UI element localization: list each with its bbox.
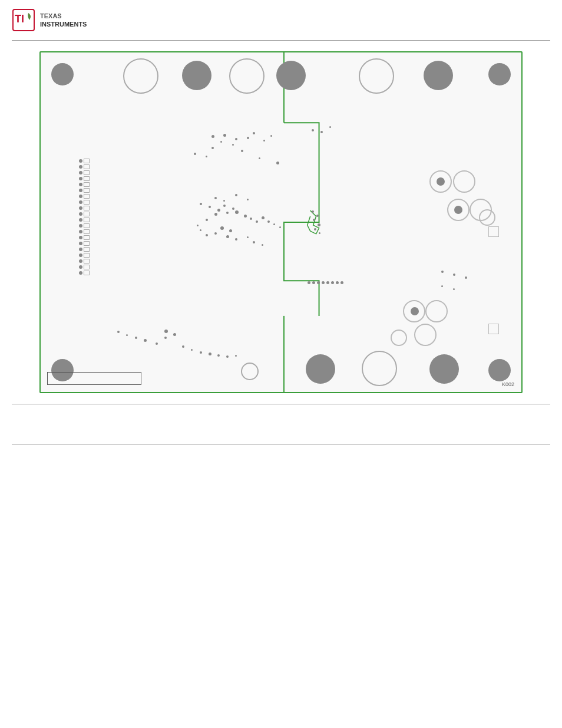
ti-logo-icon: TI — [12, 8, 35, 32]
comp-circle-9 — [391, 330, 407, 346]
corner-hole-tr — [488, 63, 511, 85]
dot — [226, 355, 229, 358]
dot — [267, 220, 270, 223]
sq-outline-2 — [488, 324, 499, 334]
dot — [226, 235, 229, 238]
connector-dots — [308, 281, 343, 284]
dot — [235, 355, 237, 357]
dot — [214, 213, 217, 216]
dot — [223, 200, 225, 202]
bottom-divider-1 — [12, 404, 550, 404]
dot — [226, 212, 229, 214]
dot — [235, 210, 239, 214]
dot — [263, 140, 265, 141]
dot — [250, 218, 252, 220]
footer-section — [0, 404, 562, 444]
dot — [319, 232, 320, 234]
dot — [235, 238, 237, 241]
dot — [223, 134, 226, 137]
svg-text:TI: TI — [15, 13, 24, 25]
dot — [223, 205, 226, 207]
dot — [200, 351, 202, 354]
dot — [197, 225, 199, 226]
dot — [256, 220, 258, 223]
dot — [247, 199, 249, 200]
dot — [200, 229, 201, 231]
dot — [126, 334, 128, 336]
dot — [206, 234, 208, 236]
dot — [173, 333, 176, 336]
dot — [318, 223, 320, 226]
dot — [235, 194, 237, 196]
dot — [144, 339, 147, 342]
dot — [453, 288, 455, 290]
dot — [156, 342, 158, 345]
dot — [320, 131, 323, 133]
dot — [135, 337, 137, 339]
dot — [329, 126, 331, 128]
dot — [312, 129, 314, 131]
dot — [276, 162, 279, 164]
dot — [273, 223, 275, 225]
corner-hole-tl — [51, 63, 74, 85]
left-pad-row — [79, 159, 90, 275]
circle-bot-2 — [362, 351, 397, 386]
dot — [262, 244, 263, 246]
dot — [241, 150, 243, 152]
comp-circle-7 — [425, 300, 448, 322]
diagram-label: K002 — [502, 381, 514, 387]
circle-top-6 — [424, 61, 453, 90]
dot — [270, 135, 272, 137]
dot — [220, 141, 222, 143]
circle-top-2 — [182, 61, 211, 90]
dot — [253, 132, 255, 134]
circle-bot-1 — [306, 354, 335, 384]
dot — [244, 215, 247, 218]
ti-logo: TI Texas Instruments — [12, 8, 87, 32]
dot — [164, 337, 167, 339]
dot — [217, 209, 220, 212]
dot — [262, 216, 265, 219]
dot — [229, 229, 232, 232]
dot — [164, 330, 168, 333]
comp-dot-1 — [437, 177, 445, 186]
dot — [214, 232, 217, 235]
green-path-overlay — [41, 52, 521, 392]
dot — [313, 219, 315, 221]
ti-logo-text: Texas Instruments — [40, 12, 87, 29]
circle-bot-sm — [241, 363, 259, 380]
dot — [211, 147, 214, 149]
footer-bar — [47, 372, 141, 385]
circle-top-1 — [123, 58, 158, 94]
dot — [209, 353, 211, 355]
dot — [194, 153, 196, 155]
dot — [247, 137, 249, 139]
comp-circle-8 — [414, 324, 437, 346]
dot — [441, 271, 444, 273]
dot — [232, 144, 234, 146]
comp-dot-3 — [411, 307, 419, 315]
dot — [206, 156, 207, 157]
circle-top-3 — [229, 58, 265, 94]
bottom-divider-2 — [12, 444, 550, 444]
circle-top-5 — [359, 58, 394, 94]
dot — [191, 349, 193, 351]
comp-circle-5 — [479, 209, 495, 226]
dot — [247, 236, 249, 238]
dot — [209, 206, 211, 208]
corner-hole-br — [488, 359, 511, 381]
dot — [312, 210, 314, 213]
dot — [465, 276, 467, 279]
dot — [253, 241, 255, 243]
dot — [217, 354, 220, 357]
dot — [182, 345, 184, 348]
comp-dot-2 — [454, 206, 462, 214]
dot — [453, 274, 455, 276]
dot — [259, 157, 260, 159]
dot — [206, 219, 208, 221]
dot — [316, 215, 319, 217]
dot — [441, 285, 443, 287]
dot — [220, 226, 224, 230]
dot — [211, 135, 214, 138]
dot — [232, 207, 234, 210]
